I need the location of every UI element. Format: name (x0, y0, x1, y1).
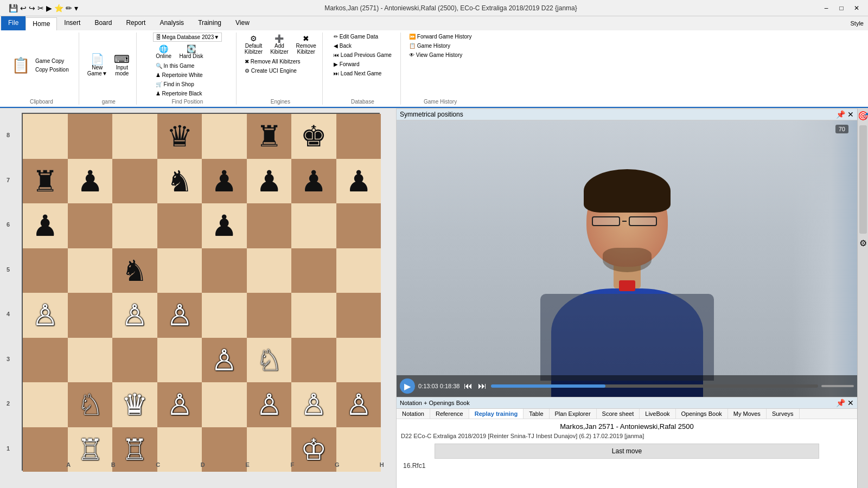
square-e4[interactable] (202, 293, 247, 338)
square-g4[interactable] (291, 293, 336, 338)
save-icon[interactable]: 💾 (9, 4, 18, 12)
tab-training[interactable]: Training (191, 16, 228, 30)
input-mode-button[interactable]: ⌨ Input mode (111, 52, 133, 78)
game-history-button[interactable]: 📋 Game History (406, 42, 453, 50)
square-e8[interactable] (202, 114, 247, 159)
square-h7[interactable]: ♟ (336, 159, 381, 204)
square-g3[interactable] (291, 338, 336, 383)
load-next-game-button[interactable]: ⏭ Load Next Game (331, 69, 385, 78)
pin-button[interactable]: 📌 (836, 110, 845, 119)
square-b6[interactable] (68, 203, 113, 248)
chess-board[interactable]: ♛♜♚♜♟♞♟♟♟♟♟♟♞♙♙♙♙♘♘♛♙♙♙♙♖♖♔ (22, 113, 380, 471)
square-f2[interactable]: ♙ (247, 382, 292, 427)
copy-position-button[interactable]: Copy Position (33, 66, 72, 74)
tab-insert[interactable]: Insert (57, 16, 87, 30)
in-this-game-button[interactable]: 🔍 In this Game (153, 62, 197, 70)
volume-slider[interactable] (821, 385, 854, 387)
square-a8[interactable] (23, 114, 68, 159)
square-e5[interactable] (202, 248, 247, 293)
square-c4[interactable]: ♙ (112, 293, 157, 338)
fast-forward-button[interactable]: ⏭ (477, 380, 488, 392)
square-b5[interactable] (68, 248, 113, 293)
tab-report[interactable]: Report (119, 16, 152, 30)
square-b7[interactable]: ♟ (68, 159, 113, 204)
tab-view[interactable]: View (228, 16, 257, 30)
square-f3[interactable]: ♘ (247, 338, 292, 383)
game-copy-button[interactable]: Game Copy (33, 57, 72, 65)
tab-surveys[interactable]: Surveys (767, 409, 800, 419)
mega-database-dropdown[interactable]: 🗄 Mega Database 2023▼ (153, 33, 222, 42)
square-h3[interactable] (336, 338, 381, 383)
close-panel-button[interactable]: ✕ (847, 110, 854, 119)
create-uci-button[interactable]: ⚙ Create UCI Engine (242, 67, 299, 75)
square-g7[interactable]: ♟ (291, 159, 336, 204)
redo-icon[interactable]: ↪ (29, 4, 35, 12)
square-h5[interactable] (336, 248, 381, 293)
side-icon-gear[interactable]: ⚙ (859, 238, 867, 248)
add-kibitzer-button[interactable]: ➕ Add Kibitzer (267, 33, 291, 56)
close-button[interactable]: ✕ (850, 3, 864, 14)
tab-my-moves[interactable]: My Moves (728, 409, 767, 419)
cut-icon[interactable]: ✂ (37, 4, 44, 12)
square-g2[interactable]: ♙ (291, 382, 336, 427)
rewind-button[interactable]: ⏮ (463, 380, 474, 392)
minimize-button[interactable]: – (819, 3, 833, 14)
tab-table[interactable]: Table (524, 409, 549, 419)
remove-kibitzer-button[interactable]: ✖ Remove Kibitzer (293, 33, 319, 56)
square-a2[interactable] (23, 382, 68, 427)
find-in-shop-button[interactable]: 🛒 Find in Shop (153, 80, 197, 88)
square-d6[interactable] (157, 203, 202, 248)
square-g5[interactable] (291, 248, 336, 293)
square-a5[interactable] (23, 248, 68, 293)
dropdown-icon[interactable]: ▾ (74, 4, 78, 12)
tab-livebook[interactable]: LiveBook (640, 409, 675, 419)
remove-all-kibitzers-button[interactable]: ✖ Remove All Kibitzers (242, 57, 303, 66)
default-kibitzer-button[interactable]: ⚙ Default Kibitzer (242, 33, 265, 56)
edit-game-data-button[interactable]: ✏ Edit Game Data (331, 33, 381, 41)
square-f8[interactable]: ♜ (247, 114, 292, 159)
tab-reference[interactable]: Reference (430, 409, 469, 419)
square-b2[interactable]: ♘ (68, 382, 113, 427)
notation-close-button[interactable]: ✕ (847, 399, 854, 407)
square-h8[interactable] (336, 114, 381, 159)
last-move-button[interactable]: Last move (435, 444, 819, 459)
hard-disk-button[interactable]: 💽 Hard Disk (177, 43, 206, 61)
tab-home[interactable]: Home (25, 17, 57, 30)
repertoire-white-button[interactable]: ♟ Repertoire White (153, 71, 206, 79)
maximize-button[interactable]: □ (834, 3, 848, 14)
square-d7[interactable]: ♞ (157, 159, 202, 204)
square-b4[interactable] (68, 293, 113, 338)
video-progress[interactable] (491, 384, 818, 388)
square-a7[interactable]: ♜ (23, 159, 68, 204)
undo-icon[interactable]: ↩ (20, 4, 27, 12)
star-icon[interactable]: ⭐ (54, 4, 63, 12)
square-a4[interactable]: ♙ (23, 293, 68, 338)
side-icon-circle[interactable]: 🎯 (858, 111, 869, 121)
tab-replay-training[interactable]: Replay training (469, 409, 524, 419)
square-c2[interactable]: ♛ (112, 382, 157, 427)
play-icon[interactable]: ▶ (46, 4, 52, 12)
tab-openings-book[interactable]: Openings Book (676, 409, 728, 419)
square-e7[interactable]: ♟ (202, 159, 247, 204)
square-c8[interactable] (112, 114, 157, 159)
tab-analysis[interactable]: Analysis (152, 16, 191, 30)
side-scrollbar[interactable] (859, 125, 867, 234)
online-button[interactable]: 🌐 Online (153, 43, 175, 61)
square-d2[interactable]: ♙ (157, 382, 202, 427)
square-d4[interactable]: ♙ (157, 293, 202, 338)
square-e2[interactable] (202, 382, 247, 427)
tab-file[interactable]: File (1, 16, 25, 30)
square-g8[interactable]: ♚ (291, 114, 336, 159)
load-previous-game-button[interactable]: ⏮ Load Previous Game (331, 51, 394, 59)
square-a3[interactable] (23, 338, 68, 383)
square-c6[interactable] (112, 203, 157, 248)
square-b3[interactable] (68, 338, 113, 383)
forward-game-history-button[interactable]: ⏩ Forward Game History (406, 33, 475, 41)
tab-score-sheet[interactable]: Score sheet (597, 409, 640, 419)
square-g6[interactable] (291, 203, 336, 248)
square-c7[interactable] (112, 159, 157, 204)
square-h4[interactable] (336, 293, 381, 338)
forward-button[interactable]: ▶ Forward (331, 60, 362, 68)
square-f7[interactable]: ♟ (247, 159, 292, 204)
new-game-button[interactable]: 📄 New Game▼ (85, 52, 110, 78)
